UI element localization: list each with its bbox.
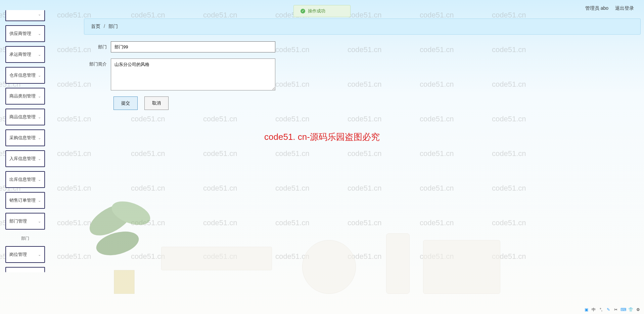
desk-item bbox=[423, 240, 500, 294]
tray-punct-icon[interactable]: °, bbox=[598, 307, 604, 312]
sidebar-item-carrier[interactable]: 承运商管理 ⌄ bbox=[5, 46, 45, 63]
breadcrumb-current: 部门 bbox=[108, 24, 118, 29]
chevron-down-icon: ⌄ bbox=[38, 73, 41, 78]
sidebar-item-category[interactable]: 商品类别管理 ⌄ bbox=[5, 88, 45, 105]
chevron-down-icon: ⌄ bbox=[38, 32, 41, 36]
sidebar-item-sales-order[interactable]: 销售订单管理 ⌄ bbox=[5, 192, 45, 209]
main-content: 首页 / 部门 部门 部门简介 山东分公司的风格 提交 取消 bbox=[84, 18, 641, 110]
tray-shirt-icon[interactable]: 👕 bbox=[628, 307, 633, 312]
breadcrumb-home[interactable]: 首页 bbox=[91, 24, 100, 29]
tray-edit-icon[interactable]: ✎ bbox=[606, 307, 611, 312]
watermark-text: code51.cn bbox=[57, 149, 91, 158]
chevron-down-icon: ⌄ bbox=[38, 12, 41, 16]
submit-button[interactable]: 提交 bbox=[113, 96, 138, 110]
watermark-center: code51. cn-源码乐园盗图必究 bbox=[264, 131, 380, 143]
sidebar-item-label: 销售订单管理 bbox=[9, 197, 36, 203]
watermark-text: code51.cn bbox=[203, 115, 237, 123]
chevron-down-icon: ⌄ bbox=[38, 178, 41, 182]
sidebar-item-partial-bottom[interactable] bbox=[5, 267, 45, 272]
sidebar-item-label: 供应商管理 bbox=[9, 31, 31, 37]
chevron-down-icon: ⌄ bbox=[38, 136, 41, 140]
system-tray: ▣ 中 °, ✎ ✂ ⌨ 👕 ⚙ bbox=[584, 307, 641, 312]
sidebar-item-purchase[interactable]: 采购信息管理 ⌄ bbox=[5, 129, 45, 146]
form-row-dept: 部门 bbox=[87, 41, 637, 52]
chevron-down-icon: ⌄ bbox=[38, 198, 41, 203]
dept-label: 部门 bbox=[87, 41, 111, 50]
tray-scissors-icon[interactable]: ✂ bbox=[613, 307, 618, 312]
chevron-down-icon: ⌄ bbox=[38, 252, 41, 257]
watermark-text: code51.cn bbox=[492, 149, 526, 158]
chevron-down-icon: ⌄ bbox=[38, 115, 41, 119]
ime-icon[interactable]: 中 bbox=[591, 307, 596, 312]
sidebar-item-label: 部门管理 bbox=[9, 218, 27, 224]
department-form: 部门 部门简介 山东分公司的风格 提交 取消 bbox=[84, 41, 641, 110]
background-decoration bbox=[54, 173, 644, 314]
tray-keyboard-icon[interactable]: ⌨ bbox=[620, 307, 626, 312]
tray-gear-icon[interactable]: ⚙ bbox=[635, 307, 641, 312]
sidebar[interactable]: ⌄ 供应商管理 ⌄ 承运商管理 ⌄ 仓库信息管理 ⌄ 商品类别管理 ⌄ 商品信息… bbox=[0, 10, 49, 314]
sidebar-item-label: 商品类别管理 bbox=[9, 93, 36, 99]
watermark-text: code51.cn bbox=[348, 115, 382, 123]
sidebar-item-label: 承运商管理 bbox=[9, 51, 31, 57]
sidebar-item-label: 出库信息管理 bbox=[9, 176, 36, 183]
sidebar-subitem-department[interactable]: 部门 bbox=[5, 234, 45, 243]
watermark-text: code51.cn bbox=[131, 149, 165, 158]
chevron-down-icon: ⌄ bbox=[38, 94, 41, 99]
desk-item bbox=[302, 240, 356, 294]
form-row-desc: 部门简介 山东分公司的风格 bbox=[87, 58, 637, 90]
sidebar-item-label: 入库信息管理 bbox=[9, 156, 36, 162]
watermark-text: code51.cn bbox=[348, 149, 382, 158]
chevron-down-icon: ⌄ bbox=[38, 219, 41, 224]
sidebar-item-partial-top[interactable]: ⌄ bbox=[5, 10, 45, 21]
sidebar-item-supplier[interactable]: 供应商管理 ⌄ bbox=[5, 25, 45, 42]
sidebar-item-label: 采购信息管理 bbox=[9, 135, 36, 141]
breadcrumb-separator: / bbox=[104, 24, 105, 29]
watermark-text: code51.cn bbox=[203, 149, 237, 158]
watermark-text: code51.cn bbox=[275, 149, 310, 158]
desc-label: 部门简介 bbox=[87, 58, 111, 67]
sidebar-item-label: 商品信息管理 bbox=[9, 114, 36, 120]
cancel-button[interactable]: 取消 bbox=[144, 96, 169, 110]
tray-app-icon[interactable]: ▣ bbox=[584, 307, 589, 312]
chevron-down-icon: ⌄ bbox=[38, 157, 41, 161]
desk-item bbox=[161, 247, 272, 270]
sidebar-item-position[interactable]: 岗位管理 ⌄ bbox=[5, 246, 45, 263]
watermark-text: code51.cn bbox=[420, 115, 454, 123]
sidebar-item-inbound[interactable]: 入库信息管理 ⌄ bbox=[5, 150, 45, 167]
logout-link[interactable]: 退出登录 bbox=[615, 5, 634, 11]
sidebar-item-outbound[interactable]: 出库信息管理 ⌄ bbox=[5, 171, 45, 188]
chevron-down-icon: ⌄ bbox=[38, 52, 41, 57]
sidebar-item-label: 岗位管理 bbox=[9, 251, 27, 258]
sidebar-item-product[interactable]: 商品信息管理 ⌄ bbox=[5, 109, 45, 125]
success-text: 操作成功 bbox=[308, 8, 325, 14]
desk-item bbox=[386, 233, 410, 294]
watermark-text: code51.cn bbox=[492, 115, 526, 123]
desc-textarea[interactable]: 山东分公司的风格 bbox=[111, 58, 275, 90]
sidebar-item-warehouse[interactable]: 仓库信息管理 ⌄ bbox=[5, 67, 45, 84]
success-icon: ✓ bbox=[301, 9, 305, 13]
svg-rect-3 bbox=[114, 270, 134, 294]
form-buttons: 提交 取消 bbox=[113, 96, 637, 110]
success-notification: ✓ 操作成功 bbox=[293, 5, 351, 17]
watermark-text: code51.cn bbox=[131, 115, 165, 123]
watermark-text: code51.cn bbox=[57, 115, 91, 123]
plant-decoration bbox=[84, 186, 171, 294]
sidebar-item-department[interactable]: 部门管理 ⌄ bbox=[5, 213, 45, 230]
watermark-text: code51.cn bbox=[275, 115, 310, 123]
breadcrumb: 首页 / 部门 bbox=[84, 18, 641, 35]
admin-user-label[interactable]: 管理员 abo bbox=[585, 5, 608, 11]
sidebar-item-label: 仓库信息管理 bbox=[9, 72, 36, 78]
watermark-text: code51.cn bbox=[420, 149, 454, 158]
dept-input[interactable] bbox=[111, 41, 275, 52]
